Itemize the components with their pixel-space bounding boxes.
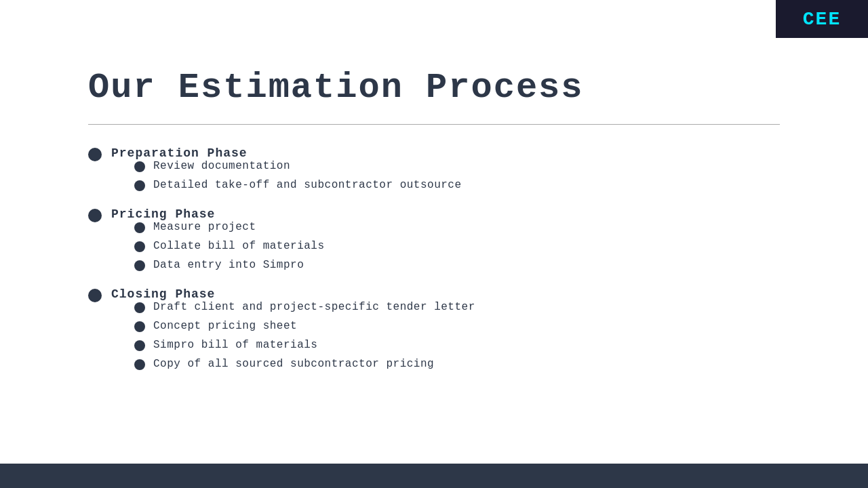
list-item: Draft client and project-specific tender… xyxy=(134,301,475,313)
list-item: Review documentation xyxy=(134,160,462,172)
bullet-small xyxy=(134,222,145,233)
bullet-small xyxy=(134,340,145,351)
sub-label: Data entry into Simpro xyxy=(153,259,304,271)
main-content: Our Estimation Process Preparation Phase… xyxy=(0,0,868,377)
sub-label: Simpro bill of materials xyxy=(153,339,317,351)
sub-list-pricing: Measure project Collate bill of material… xyxy=(134,221,325,271)
phase-label-closing: Closing Phase xyxy=(111,287,215,301)
bullet-small xyxy=(134,241,145,252)
sub-label: Copy of all sourced subcontractor pricin… xyxy=(153,358,434,370)
sub-list-preparation: Review documentation Detailed take-off a… xyxy=(134,160,462,191)
bullet-small xyxy=(134,302,145,313)
bottom-bar xyxy=(0,464,868,488)
phase-label-preparation: Preparation Phase xyxy=(111,146,248,160)
sub-list-closing: Draft client and project-specific tender… xyxy=(134,301,475,370)
phase-item-closing: Closing Phase Draft client and project-s… xyxy=(88,287,780,377)
bullet-small xyxy=(134,359,145,370)
list-item: Data entry into Simpro xyxy=(134,259,325,271)
bullet-small xyxy=(134,260,145,271)
sub-label: Review documentation xyxy=(153,160,290,172)
list-item: Concept pricing sheet xyxy=(134,320,475,332)
bullet-small xyxy=(134,180,145,191)
list-item: Collate bill of materials xyxy=(134,240,325,252)
list-item: Detailed take-off and subcontractor outs… xyxy=(134,179,462,191)
sub-label: Concept pricing sheet xyxy=(153,320,297,332)
list-item: Measure project xyxy=(134,221,325,233)
bullet-preparation xyxy=(88,148,102,161)
list-item: Copy of all sourced subcontractor pricin… xyxy=(134,358,475,370)
divider xyxy=(88,124,780,125)
logo-area: CEE xyxy=(776,0,868,38)
bullet-small xyxy=(134,161,145,172)
bullet-closing xyxy=(88,289,102,302)
phase-item-preparation: Preparation Phase Review documentation D… xyxy=(88,146,780,198)
sub-label: Detailed take-off and subcontractor outs… xyxy=(153,179,462,191)
sub-label: Collate bill of materials xyxy=(153,240,325,252)
sub-label: Draft client and project-specific tender… xyxy=(153,301,475,313)
phase-item-pricing: Pricing Phase Measure project Collate bi… xyxy=(88,207,780,278)
bullet-pricing xyxy=(88,209,102,222)
phase-list: Preparation Phase Review documentation D… xyxy=(88,146,780,377)
phase-label-pricing: Pricing Phase xyxy=(111,207,215,221)
page-title: Our Estimation Process xyxy=(88,68,780,108)
sub-label: Measure project xyxy=(153,221,256,233)
logo-text: CEE xyxy=(803,9,841,30)
bullet-small xyxy=(134,321,145,332)
list-item: Simpro bill of materials xyxy=(134,339,475,351)
